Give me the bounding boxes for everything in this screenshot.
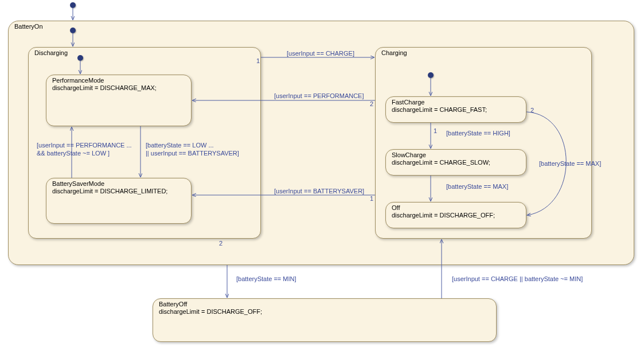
transition-label-slow-to-off: [batteryState == MAX] [446, 182, 508, 190]
state-battery-saver-mode: BatterySaverMode dischargeLimit = DISCHA… [46, 178, 192, 224]
state-slow-charge: SlowCharge dischargeLimit = CHARGE_SLOW; [385, 149, 526, 176]
state-battery-off-label: BatteryOff [159, 301, 187, 308]
initial-dot-root [70, 2, 76, 8]
initial-dot-battery-on [70, 28, 76, 33]
state-performance-mode-label: PerformanceMode [52, 77, 104, 84]
transition-label-to-charge: [userInput == CHARGE] [287, 49, 354, 57]
transition-label-to-batterysaver: [userInput == BATTERYSAVER] [274, 187, 364, 195]
state-performance-mode-body: dischargeLimit = DISCHARGE_MAX; [52, 84, 157, 91]
transition-num-fast-to-slow: 1 [434, 127, 437, 134]
transition-label-off-to-on: [userInput == CHARGE || batteryState ~= … [452, 275, 583, 283]
transition-label-saver-to-perf-1: [userInput == PERFORMANCE ... [37, 141, 132, 149]
transition-label-fast-to-slow: [batteryState == HIGH] [446, 129, 510, 137]
transition-num-to-charge: 1 [256, 57, 260, 64]
state-battery-off: BatteryOff dischargeLimit = DISCHARGE_OF… [153, 298, 497, 342]
initial-dot-discharging [77, 55, 83, 61]
initial-dot-charging [428, 72, 434, 78]
transition-label-fast-to-off: [batteryState == MAX] [539, 159, 601, 168]
transition-num-on-to-off: 2 [219, 240, 223, 247]
transition-label-to-performance: [userInput == PERFORMANCE] [274, 92, 364, 100]
transition-label-saver-to-perf-2: && batteryState ~= LOW ] [37, 149, 110, 157]
state-off: Off dischargeLimit = DISCHARGE_OFF; [385, 202, 526, 228]
state-fast-charge-label: FastCharge [392, 99, 424, 106]
transition-label-on-to-off: [batteryState == MIN] [236, 275, 296, 283]
state-performance-mode: PerformanceMode dischargeLimit = DISCHAR… [46, 75, 192, 126]
state-fast-charge-body: dischargeLimit = CHARGE_FAST; [392, 106, 487, 113]
state-slow-charge-label: SlowCharge [392, 151, 426, 158]
state-battery-on-label: BatteryOn [14, 23, 43, 30]
state-off-label: Off [392, 204, 400, 211]
transition-num-to-batterysaver: 1 [370, 195, 373, 202]
state-battery-saver-mode-body: dischargeLimit = DISCHARGE_LIMITED; [52, 188, 167, 194]
state-slow-charge-body: dischargeLimit = CHARGE_SLOW; [392, 159, 490, 166]
state-charging-label: Charging [381, 49, 407, 56]
transition-num-fast-to-off: 2 [530, 107, 534, 114]
transition-num-to-performance: 2 [370, 100, 373, 107]
state-battery-off-body: dischargeLimit = DISCHARGE_OFF; [159, 308, 262, 315]
state-off-body: dischargeLimit = DISCHARGE_OFF; [392, 212, 495, 219]
state-discharging-label: Discharging [34, 49, 68, 56]
state-battery-saver-mode-label: BatterySaverMode [52, 180, 104, 187]
state-fast-charge: FastCharge dischargeLimit = CHARGE_FAST; [385, 96, 526, 123]
transition-label-perf-to-saver-1: [batteryState == LOW ... [146, 141, 214, 149]
transition-label-perf-to-saver-2: || userInput == BATTERYSAVER] [146, 149, 239, 157]
